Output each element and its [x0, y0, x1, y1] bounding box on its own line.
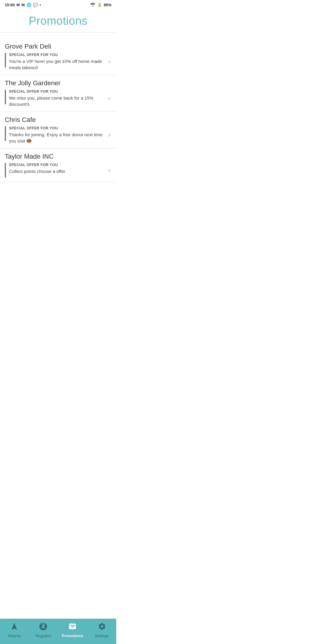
promo-text-3: SPECIAL OFFER FOR YOU Collect points cho… [9, 163, 105, 174]
promo-description-0: You're a VIP here! you get 10% off home … [9, 58, 105, 71]
promo-label-0: SPECIAL OFFER FOR YOU [9, 53, 105, 57]
status-bar: 15:50 M M 🌐 💬 • 🔋 85% [0, 0, 116, 9]
promo-store-name-0: Grove Park Deli [5, 43, 110, 50]
chevron-icon-1: › [108, 95, 110, 102]
chevron-icon-3: › [108, 166, 110, 174]
promo-label-3: SPECIAL OFFER FOR YOU [9, 163, 105, 167]
promo-text-1: SPECIAL OFFER FOR YOU We miss you, pleas… [9, 89, 105, 107]
chevron-icon-2: › [108, 131, 110, 139]
promo-description-2: Thanks for joining. Enjoy a free donut n… [9, 131, 105, 144]
promo-border-0 [5, 53, 6, 68]
promo-content-1: SPECIAL OFFER FOR YOU We miss you, pleas… [5, 89, 110, 107]
promo-label-1: SPECIAL OFFER FOR YOU [9, 89, 105, 94]
promo-description-1: We miss you, please come back for a 15% … [9, 95, 105, 107]
promo-text-0: SPECIAL OFFER FOR YOU You're a VIP here!… [9, 53, 105, 71]
promo-border-1 [5, 89, 6, 104]
page-title: Promotions [0, 9, 116, 32]
promo-store-name-1: The Jolly Gardener [5, 79, 110, 87]
battery-icon: 🔋 [97, 3, 102, 7]
promo-item-2[interactable]: Chris Cafe SPECIAL OFFER FOR YOU Thanks … [0, 112, 116, 148]
status-right: 🔋 85% [90, 2, 112, 7]
gmail2-icon: M [21, 3, 25, 7]
promo-item-1[interactable]: The Jolly Gardener SPECIAL OFFER FOR YOU… [0, 75, 116, 112]
promo-border-2 [5, 126, 6, 141]
promo-store-name-2: Chris Cafe [5, 116, 110, 124]
promo-store-name-3: Taylor Made INC [5, 153, 110, 160]
promo-label-2: SPECIAL OFFER FOR YOU [9, 126, 105, 130]
promo-content-3: SPECIAL OFFER FOR YOU Collect points cho… [5, 163, 110, 178]
promo-description-3: Collect points choose a offer [9, 168, 105, 174]
header-divider [0, 32, 116, 32]
promo-content-2: SPECIAL OFFER FOR YOU Thanks for joining… [5, 126, 110, 144]
promo-content-0: SPECIAL OFFER FOR YOU You're a VIP here!… [5, 53, 110, 71]
promo-border-3 [5, 163, 6, 178]
dot-icon: • [40, 3, 41, 7]
chevron-icon-0: › [108, 58, 110, 66]
status-time: 15:50 [5, 3, 15, 7]
wifi-icon [90, 2, 95, 7]
gmail-icon: M [16, 3, 20, 7]
promo-item-3[interactable]: Taylor Made INC SPECIAL OFFER FOR YOU Co… [0, 148, 116, 182]
battery-percent: 85% [104, 3, 112, 7]
status-left: 15:50 M M 🌐 💬 • [5, 3, 41, 7]
promotions-list: Grove Park Deli SPECIAL OFFER FOR YOU Yo… [0, 35, 116, 185]
promo-item-0[interactable]: Grove Park Deli SPECIAL OFFER FOR YOU Yo… [0, 38, 116, 75]
globe-icon: 🌐 [27, 3, 31, 7]
whatsapp-icon: 💬 [33, 3, 38, 7]
promo-text-2: SPECIAL OFFER FOR YOU Thanks for joining… [9, 126, 105, 144]
